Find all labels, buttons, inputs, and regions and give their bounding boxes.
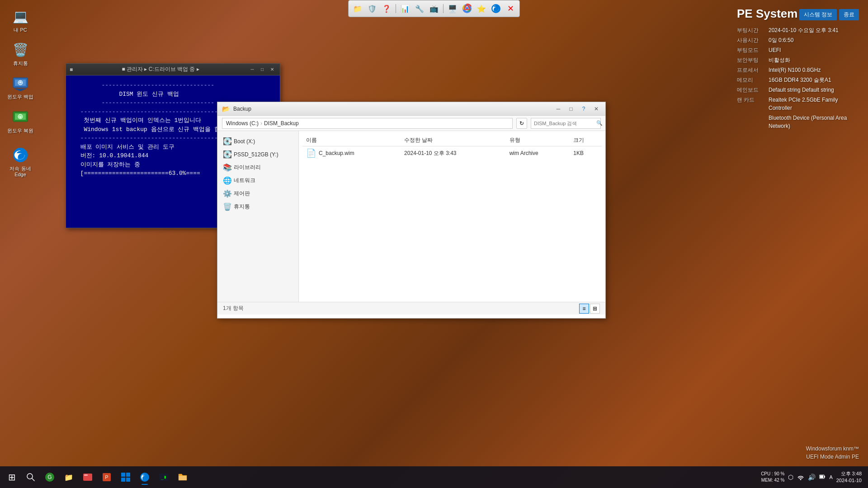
explorer-status-text: 1개 항목 [223,305,244,312]
pe-info-use-time: 사용시간 0일 0:6:50 [737,36,859,44]
explorer-close-btn[interactable]: ✕ [592,104,601,113]
desktop-icon-window-restore[interactable]: 윈도우 복원 [2,105,38,136]
terminal-controls: ─ □ ✕ [248,66,276,73]
volume-icon[interactable]: 🔊 [807,473,816,482]
explorer-refresh-btn[interactable]: ↻ [516,118,527,129]
desktop-icon-edge[interactable]: 저속 동네Edge [2,143,38,180]
toolbar-monitor-icon[interactable]: 🖥️ [446,2,459,15]
toolbar-folder-icon[interactable]: 📁 [351,2,364,15]
explorer-search-box[interactable]: 🔍 [531,118,601,129]
svg-rect-26 [179,476,187,480]
explorer-titlebar: 📂 Backup ─ □ ? ✕ [217,102,605,116]
pe-info-boot-time: 부팅시간 2024-01-10 수요일 오후 3:41 [737,26,859,34]
explorer-minimize-btn[interactable]: ─ [554,104,563,113]
my-pc-icon: 💻 [11,7,29,25]
taskbar-item-orange[interactable] [79,468,97,486]
recycle-bin-icon: 🗑️ [11,41,29,59]
bluetooth-icon[interactable]: ⬡ [787,473,794,482]
taskbar-item-search[interactable] [22,468,40,486]
svg-rect-21 [121,478,125,482]
sidebar-item-control-panel[interactable]: ⚙️ 제어판 [217,187,298,200]
sidebar-item-pssd[interactable]: 💽 PSSD_512GB (Y:) [217,148,298,161]
terminal-maximize-btn[interactable]: □ [258,66,266,73]
library-icon: 📚 [223,163,231,172]
taskbar-item-edge[interactable] [136,468,154,486]
toolbar-external-icon[interactable]: 📺 [428,2,440,15]
toolbar-close-icon[interactable]: ✕ [504,2,517,15]
explorer-sidebar: 💽 Boot (X:) 💽 PSSD_512GB (Y:) 📚 라이브러리 🌐 … [217,131,299,302]
window-restore-label: 윈도우 복원 [7,128,33,134]
sidebar-recycle-icon: 🗑️ [223,202,231,211]
col-name[interactable]: 이름 [302,135,401,146]
explorer-help-btn[interactable]: ? [579,104,588,113]
explorer-address-bar: Windows (C:) › DISM_Backup ↻ 🔍 [217,116,605,131]
explorer-title: Backup [233,106,550,112]
explorer-maximize-btn[interactable]: □ [566,104,576,113]
network-status-icon[interactable] [796,472,805,483]
sidebar-item-library[interactable]: 📚 라이브러리 [217,161,298,174]
svg-text:P: P [105,474,108,480]
view-detail-btn[interactable]: ≡ [579,304,589,314]
col-modified[interactable]: 수정한 날짜 [401,135,506,146]
terminal-minimize-btn[interactable]: ─ [248,66,256,73]
toolbar-shield-icon[interactable]: 🛡️ [366,2,378,15]
battery-icon[interactable] [818,473,826,482]
table-row[interactable]: 📄 C_backup.wim 2024-01-10 오후 3:43 wim Ar… [302,146,602,160]
table-header-row: 이름 수정한 날짜 유형 크기 [302,135,602,146]
taskbar-item-folder[interactable]: 📁 [60,468,78,486]
pe-info-secure-boot: 보안부팅 비활성화 [737,56,859,64]
sidebar-item-library-label: 라이브러리 [234,164,261,171]
toolbar-star-icon[interactable]: ⭐ [475,2,488,15]
terminal-titlebar-icon: ■ [70,66,73,73]
toolbar-chart-icon[interactable]: 📊 [399,2,411,15]
pssd-drive-icon: 💽 [223,150,231,159]
desktop: 💻 내 PC 🗑️ 휴지통 윈도우 백업 [0,0,868,488]
my-pc-label: 내 PC [14,27,27,33]
sidebar-item-network[interactable]: 🌐 네트워크 [217,174,298,187]
terminal-close-btn[interactable]: ✕ [268,66,276,73]
col-size[interactable]: 크기 [570,135,602,146]
toolbar-tools-icon[interactable]: 🔧 [413,2,426,15]
system-info-button[interactable]: 시스템 정보 [799,9,837,20]
window-restore-icon [11,108,29,126]
toolbar-chrome-icon[interactable] [461,2,473,15]
taskbar-item-terminal[interactable]: _▮ [155,468,173,486]
desktop-icons-container: 💻 내 PC 🗑️ 휴지통 윈도우 백업 [0,0,41,185]
svg-line-12 [32,479,34,481]
sidebar-item-boot[interactable]: 💽 Boot (X:) [217,135,298,148]
explorer-search-btn[interactable]: 🔍 [596,120,603,126]
address-dism-backup: DISM_Backup [264,120,299,127]
toolbar-help-icon[interactable]: ❓ [380,2,393,15]
taskbar-item-win[interactable] [117,468,135,486]
explorer-address-path[interactable]: Windows (C:) › DISM_Backup [222,118,513,129]
winpe-watermark: Windowsforum knm™ UEFI Mode Admin PE [806,445,859,461]
svg-text:_▮: _▮ [161,474,166,480]
taskbar-start-button[interactable]: ⊞ [3,468,21,486]
exit-button[interactable]: 종료 [839,9,859,20]
sidebar-item-recycle-bin[interactable]: 🗑️ 휴지통 [217,200,298,213]
desktop-icon-my-pc[interactable]: 💻 내 PC [2,5,38,36]
pe-buttons-container: 시스템 정보 종료 [799,9,859,20]
file-type-cell: wim Archive [506,146,570,160]
network-icon: 🌐 [223,176,231,185]
watermark-line1: Windowsforum knm™ [806,445,859,453]
edge-desktop-icon [11,146,29,164]
desktop-icon-window-backup[interactable]: 윈도우 백업 [2,71,38,103]
boot-drive-icon: 💽 [223,137,231,145]
taskbar-item-green[interactable]: G [41,468,59,486]
taskbar-item-red[interactable]: P [98,468,116,486]
address-windows-c: Windows (C:) [226,120,259,127]
toolbar-edge-icon[interactable] [490,2,502,15]
sidebar-item-pssd-label: PSSD_512GB (Y:) [234,151,278,158]
explorer-search-input[interactable] [534,121,596,126]
taskbar-item-file-mgr[interactable] [174,468,192,486]
col-type[interactable]: 유형 [506,135,570,146]
explorer-file-table: 이름 수정한 날짜 유형 크기 📄 C_backup.wim [302,135,602,160]
taskbar: ⊞ G 📁 P [0,466,868,488]
desktop-icon-recycle[interactable]: 🗑️ 휴지통 [2,38,38,69]
taskbar-clock[interactable]: 오후 3:48 2024-01-10 [836,470,862,484]
view-tiles-btn[interactable]: ⊞ [590,304,600,314]
control-panel-icon: ⚙️ [223,189,231,198]
font-size-icon[interactable]: A [828,474,833,481]
wim-file-icon: 📄 [306,148,316,158]
